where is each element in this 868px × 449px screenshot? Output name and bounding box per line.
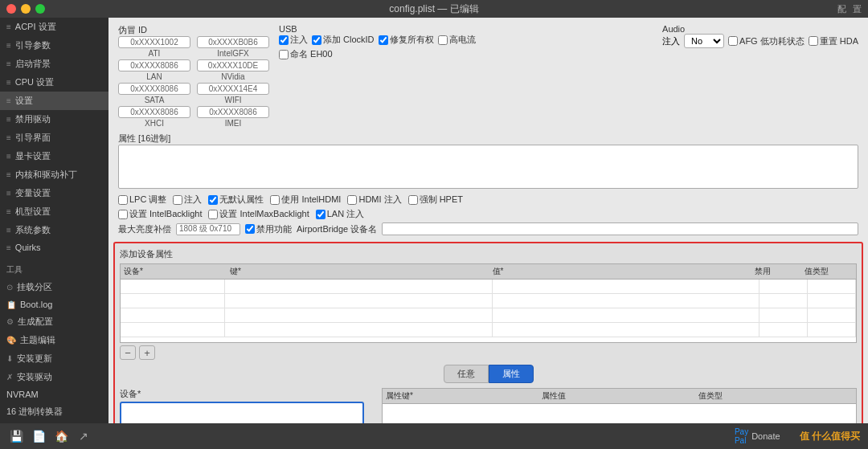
- paypal-icon: PayPal: [735, 427, 748, 445]
- minimize-button[interactable]: [21, 4, 31, 14]
- inject-checkbox[interactable]: [173, 195, 182, 205]
- remove-device-button[interactable]: −: [120, 345, 136, 360]
- usb-fixowner-checkbox[interactable]: [379, 35, 388, 45]
- intelmaxbacklight-checkbox[interactable]: [208, 210, 218, 219]
- intelbacklight-checkbox[interactable]: [118, 210, 128, 219]
- content-area: 伪冒 ID ATI IntelGFX LAN: [108, 18, 868, 423]
- zoom-button[interactable]: [35, 4, 45, 14]
- add-device-button[interactable]: +: [139, 345, 155, 360]
- audio-resethda-cb[interactable]: 重置 HDA: [809, 35, 858, 47]
- fake-id-imei-input[interactable]: [197, 106, 269, 118]
- nodefault-checkbox[interactable]: [208, 195, 218, 205]
- traffic-lights: [6, 4, 45, 14]
- sidebar-item-installkext[interactable]: ✗ 安装驱动: [0, 368, 108, 386]
- sidebar-item-variables[interactable]: ≡ 变量设置: [0, 184, 108, 202]
- usb-inject-cb[interactable]: 注入: [279, 34, 308, 46]
- properties-textarea[interactable]: [118, 145, 858, 189]
- fake-id-nvidia-input[interactable]: [197, 59, 269, 71]
- sidebar-item-gpu[interactable]: ≡ 显卡设置: [0, 147, 108, 165]
- sidebar-item-sysparams[interactable]: ≡ 系统参数: [0, 221, 108, 239]
- nodefault-label: 无默认属性: [219, 194, 264, 206]
- sidebar-item-machine[interactable]: ≡ 机型设置: [0, 202, 108, 221]
- paypal-area: PayPal Donate: [735, 427, 780, 445]
- audio-inject-label: 注入: [662, 35, 680, 47]
- inject-cb[interactable]: 注入: [173, 194, 202, 206]
- table-cell-disabled: [760, 308, 808, 322]
- forcehpet-checkbox[interactable]: [408, 195, 418, 205]
- disk-icon: ⊙: [6, 283, 13, 292]
- hdmiinject-checkbox[interactable]: [347, 195, 357, 205]
- table-cell-valuetype: [808, 308, 856, 322]
- tab-properties[interactable]: 属性: [489, 365, 534, 383]
- fake-id-wifi-input[interactable]: [197, 83, 269, 95]
- sidebar-item-quirks[interactable]: ≡ Quirks: [0, 239, 108, 255]
- sidebar-item-bootbg[interactable]: ≡ 启动背景: [0, 55, 108, 73]
- sidebar-item-kernel[interactable]: ≡ 内核和驱动补丁: [0, 165, 108, 184]
- sidebar-item-acpi[interactable]: ≡ ACPI 设置: [0, 18, 108, 36]
- main-layout: ≡ ACPI 设置 ≡ 引导参数 ≡ 启动背景 ≡ CPU 设置 ≡ 设置 ≡ …: [0, 18, 868, 423]
- fake-id-sata-input[interactable]: [118, 83, 190, 95]
- sidebar-item-cpu[interactable]: ≡ CPU 设置: [0, 73, 108, 92]
- audio-afg-checkbox[interactable]: [728, 36, 738, 46]
- sidebar-item-devices[interactable]: ≡ 设置: [0, 92, 108, 110]
- lpc-cb[interactable]: LPC 调整: [118, 194, 166, 206]
- fake-id-ati-input[interactable]: [118, 36, 190, 48]
- usb-nameh00-cb[interactable]: 命名 EH00: [279, 48, 333, 60]
- audio-afg-label: AFG 低功耗状态: [739, 35, 805, 47]
- sidebar-item-update[interactable]: ⬇ 安装更新: [0, 349, 108, 368]
- usb-clockid-cb[interactable]: 添加 ClockID: [312, 34, 375, 46]
- close-button[interactable]: [6, 4, 16, 14]
- audio-afg-cb[interactable]: AFG 低功耗状态: [728, 35, 805, 47]
- usb-inject-checkbox[interactable]: [279, 35, 289, 45]
- sidebar-item-bootui[interactable]: ≡ 引导界面: [0, 129, 108, 147]
- airportbridge-input[interactable]: [382, 222, 858, 235]
- usb-highcurrent-checkbox[interactable]: [438, 35, 448, 45]
- sidebar-item-label: 内核和驱动补丁: [15, 169, 77, 181]
- max-brightness-input[interactable]: [176, 223, 240, 235]
- fake-id-lan-input[interactable]: [118, 59, 190, 71]
- disable-fn-cb[interactable]: 禁用功能: [245, 223, 292, 235]
- inject-label: 注入: [184, 194, 202, 206]
- device-textarea[interactable]: [120, 402, 364, 423]
- fake-id-imei-label: IMEI: [225, 119, 242, 128]
- usb-clockid-checkbox[interactable]: [312, 35, 321, 45]
- sidebar-item-nvram[interactable]: NVRAM: [0, 386, 108, 402]
- tab-arbitrary[interactable]: 任意: [444, 365, 489, 383]
- sidebar-item-label: 变量设置: [15, 187, 51, 199]
- nodefault-cb[interactable]: 无默认属性: [208, 194, 264, 206]
- intelhdmi-checkbox[interactable]: [270, 195, 280, 205]
- bottom-cb-row1: LPC 调整 注入 无默认属性 使用 IntelHDMI HDMI 注入: [118, 194, 858, 206]
- usb-nameh00-checkbox[interactable]: [279, 50, 289, 59]
- fake-id-xhci-input[interactable]: [118, 106, 190, 118]
- sidebar-item-label: 引导界面: [15, 132, 51, 144]
- audio-resethda-checkbox[interactable]: [809, 36, 818, 46]
- props-col-value: 属性值: [542, 390, 696, 402]
- sidebar-item-genconfig[interactable]: ⚙ 生成配置: [0, 312, 108, 331]
- fake-id-intelgfx-input[interactable]: [197, 36, 269, 48]
- intelmaxbacklight-cb[interactable]: 设置 IntelMaxBacklight: [208, 208, 309, 220]
- audio-inject-select[interactable]: No Yes 1 2 3: [684, 34, 724, 48]
- usb-fixowner-cb[interactable]: 修复所有权: [379, 34, 434, 46]
- hdmiinject-cb[interactable]: HDMI 注入: [347, 194, 401, 206]
- lpc-checkbox[interactable]: [118, 195, 128, 205]
- sidebar-item-label: 挂载分区: [17, 281, 52, 293]
- usb-highcurrent-cb[interactable]: 高电流: [438, 34, 476, 46]
- disable-fn-checkbox[interactable]: [245, 224, 255, 234]
- laninject-checkbox[interactable]: [316, 210, 326, 219]
- sidebar-item-converter[interactable]: 16 进制转换器: [0, 402, 108, 421]
- laninject-cb[interactable]: LAN 注入: [316, 208, 364, 220]
- intelhdmi-cb[interactable]: 使用 IntelHDMI: [270, 194, 341, 206]
- donate-label[interactable]: Donate: [751, 431, 780, 441]
- table-cell-value: [493, 308, 760, 322]
- table-cell-device: [121, 308, 225, 322]
- audio-label: Audio: [662, 24, 858, 34]
- sidebar-item-forbidden[interactable]: ≡ 禁用驱动: [0, 110, 108, 129]
- intelhdmi-label: 使用 IntelHDMI: [281, 194, 341, 206]
- add-device-title: 添加设备属性: [120, 248, 857, 260]
- sidebar-item-mount[interactable]: ⊙ 挂载分区: [0, 278, 108, 296]
- intelbacklight-cb[interactable]: 设置 IntelBacklight: [118, 208, 202, 220]
- sidebar-item-theme[interactable]: 🎨 主题编辑: [0, 331, 108, 349]
- sidebar-item-bootargs[interactable]: ≡ 引导参数: [0, 36, 108, 55]
- forcehpet-cb[interactable]: 强制 HPET: [408, 194, 463, 206]
- sidebar-item-bootlog[interactable]: 📋 Boot.log: [0, 296, 108, 312]
